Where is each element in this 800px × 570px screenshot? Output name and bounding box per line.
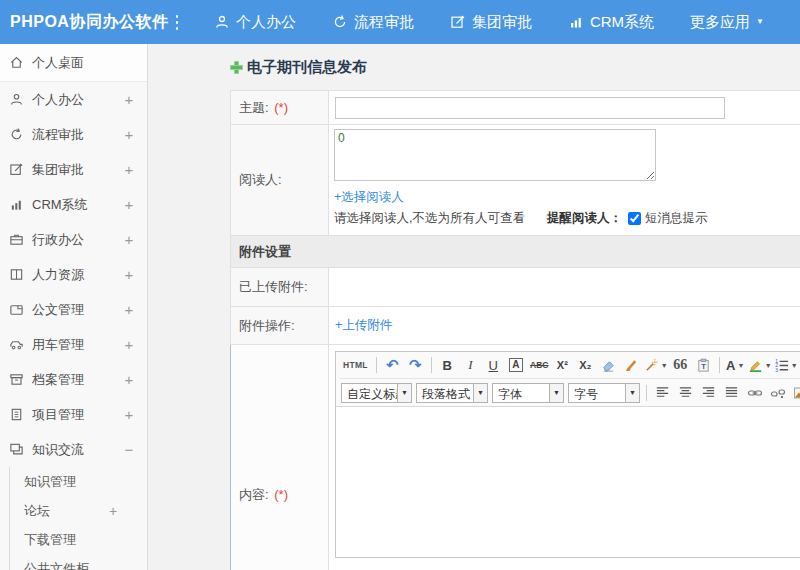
subject-label-cell: 主题: (*) — [231, 91, 329, 125]
subscript-button[interactable]: X₂ — [575, 355, 596, 376]
required-mark: (*) — [274, 487, 288, 502]
process-icon — [9, 127, 24, 142]
expand-plus[interactable]: + — [123, 91, 135, 108]
superscript-button[interactable]: X² — [552, 355, 573, 376]
auto-typeset-icon[interactable]: ▼ — [644, 355, 668, 376]
highlight-color-button[interactable]: ▼ — [748, 355, 772, 376]
paste-text-icon[interactable]: T — [693, 355, 714, 376]
sidebar-item-personal-office[interactable]: 个人办公 + — [0, 82, 147, 117]
nav-personal-office[interactable]: 个人办公 — [214, 13, 296, 32]
sidebar-subitem-public-files[interactable]: 公共文件柜 — [10, 554, 147, 570]
html-source-button[interactable]: HTML — [340, 355, 371, 376]
align-left-icon[interactable] — [652, 382, 673, 403]
undo-icon[interactable]: ↶ — [382, 355, 403, 376]
font-family-select[interactable]: 字体 ▼ — [492, 383, 564, 403]
sidebar-label: 档案管理 — [32, 371, 123, 389]
eraser-icon[interactable] — [598, 355, 619, 376]
align-center-icon[interactable] — [675, 382, 696, 403]
sidebar-label: 公共文件柜 — [24, 560, 107, 570]
font-color-button[interactable]: A ▼ — [725, 355, 746, 376]
expand-minus[interactable]: − — [123, 441, 135, 458]
nav-workflow-approval[interactable]: 流程审批 — [332, 13, 414, 32]
attachments-section-row: 附件设置 — [231, 236, 800, 268]
unlink-icon[interactable] — [767, 382, 788, 403]
readers-textarea[interactable]: 0 — [334, 129, 656, 181]
sidebar-item-desktop[interactable]: 个人桌面 — [0, 44, 147, 82]
expand-plus[interactable]: + — [123, 336, 135, 353]
actions-label-cell: 附件操作: — [231, 307, 329, 345]
underline-button[interactable]: U — [483, 355, 504, 376]
sidebar-label: 知识交流 — [32, 441, 123, 459]
sidebar-subitem-forum[interactable]: 论坛 + — [10, 496, 147, 525]
expand-plus[interactable]: + — [123, 266, 135, 283]
nav-more-apps[interactable]: 更多应用 ▼ — [690, 13, 764, 32]
page-title: 电子期刊信息发布 — [247, 58, 367, 77]
sidebar-subitem-knowledge-mgmt[interactable]: 知识管理 — [10, 467, 147, 496]
upload-attachment-link[interactable]: +上传附件 — [335, 318, 392, 332]
redo-icon[interactable]: ↷ — [405, 355, 426, 376]
sidebar-item-archives[interactable]: 档案管理 + — [0, 362, 147, 397]
process-icon — [332, 14, 348, 30]
sidebar-item-admin-office[interactable]: 行政办公 + — [0, 222, 147, 257]
briefcase-icon — [9, 232, 24, 247]
expand-plus[interactable]: + — [123, 196, 135, 213]
sidebar-item-vehicles[interactable]: 用车管理 + — [0, 327, 147, 362]
sidebar-item-documents[interactable]: 公文管理 + — [0, 292, 147, 327]
nav-label: 个人办公 — [236, 13, 296, 32]
link-icon[interactable] — [744, 382, 765, 403]
blockquote-button[interactable]: 66 — [670, 355, 691, 376]
expand-plus[interactable]: + — [107, 503, 119, 519]
editor-content-area[interactable] — [336, 407, 800, 557]
actions-label: 附件操作: — [239, 318, 295, 333]
expand-plus[interactable]: + — [123, 371, 135, 388]
nav-label: CRM系统 — [590, 13, 654, 32]
sidebar-label: 下载管理 — [24, 531, 107, 549]
caret-down-icon: ▼ — [625, 384, 639, 402]
sms-notify-checkbox[interactable] — [628, 212, 641, 225]
toolbar-row-2: 自定义标题 ▼ 段落格式 ▼ 字体 ▼ — [339, 379, 800, 406]
bold-button[interactable]: B — [437, 355, 458, 376]
align-justify-icon[interactable] — [721, 382, 742, 403]
app-brand: PHPOA协同办公软件 — [0, 12, 168, 33]
font-size-select[interactable]: 字号 ▼ — [568, 383, 640, 403]
sidebar-item-knowledge[interactable]: 知识交流 − — [0, 432, 147, 467]
menu-toggle-icon[interactable] — [176, 15, 178, 30]
uploaded-attachments-row: 已上传附件: — [231, 268, 800, 307]
expand-plus[interactable]: + — [123, 231, 135, 248]
nav-crm-system[interactable]: CRM系统 — [568, 13, 654, 32]
custom-heading-select[interactable]: 自定义标题 ▼ — [341, 383, 412, 403]
format-brush-icon[interactable] — [621, 355, 642, 376]
sidebar-item-hr[interactable]: 人力资源 + — [0, 257, 147, 292]
caret-down-icon: ▼ — [661, 362, 668, 369]
italic-button[interactable]: I — [460, 355, 481, 376]
sidebar-label: 知识管理 — [24, 473, 107, 491]
strikethrough-button[interactable]: ABC — [529, 355, 550, 376]
expand-plus[interactable]: + — [123, 406, 135, 423]
sidebar-item-group-approval[interactable]: 集团审批 + — [0, 152, 147, 187]
align-right-icon[interactable] — [698, 382, 719, 403]
font-border-button[interactable]: A — [509, 358, 523, 372]
nav-label: 集团审批 — [472, 13, 532, 32]
subject-input[interactable] — [335, 97, 725, 119]
archive-icon — [9, 372, 24, 387]
car-icon — [9, 337, 24, 352]
expand-plus[interactable]: + — [123, 301, 135, 318]
nav-label: 流程审批 — [354, 13, 414, 32]
ordered-list-button[interactable]: 123 ▼ — [774, 355, 798, 376]
sidebar-subitem-downloads[interactable]: 下载管理 — [10, 525, 147, 554]
sidebar-item-projects[interactable]: 项目管理 + — [0, 397, 147, 432]
sidebar-item-workflow-approval[interactable]: 流程审批 + — [0, 117, 147, 152]
attachments-section-header: 附件设置 — [231, 236, 800, 268]
toolbar-row-1: HTML ↶ ↷ B I U A ABC X² X₂ — [339, 352, 800, 379]
insert-image-icon[interactable] — [790, 382, 800, 403]
expand-plus[interactable]: + — [123, 126, 135, 143]
knowledge-submenu: 知识管理 论坛 + 下载管理 公共文件柜 — [9, 467, 147, 570]
select-readers-link[interactable]: +选择阅读人 — [334, 190, 404, 204]
sidebar-label: 行政办公 — [32, 231, 123, 249]
nav-group-approval[interactable]: 集团审批 — [450, 13, 532, 32]
readers-label: 阅读人: — [239, 172, 282, 187]
sidebar-item-crm[interactable]: CRM系统 + — [0, 187, 147, 222]
edit-square-icon — [9, 162, 24, 177]
paragraph-format-select[interactable]: 段落格式 ▼ — [416, 383, 488, 403]
expand-plus[interactable]: + — [123, 161, 135, 178]
